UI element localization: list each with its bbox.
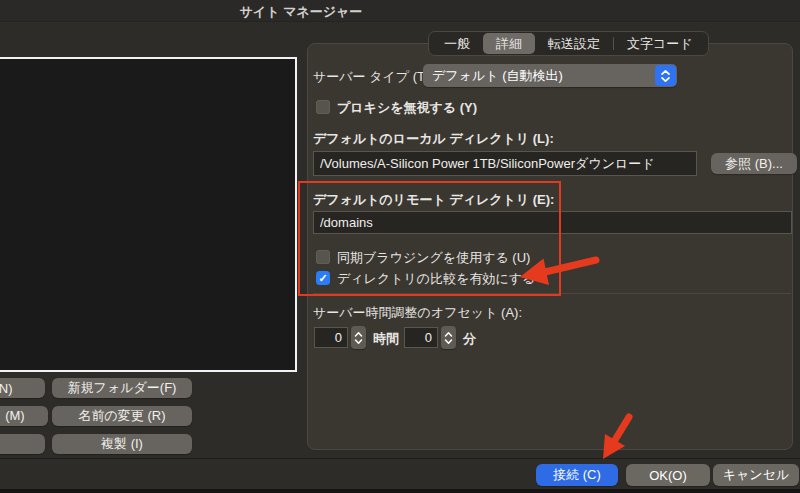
bypass-proxy-label: プロキシを無視する (Y) — [337, 99, 477, 117]
tab-charset[interactable]: 文字コード — [614, 33, 706, 54]
time-offset-label: サーバー時間調整のオフセット (A): — [313, 304, 522, 322]
tab-bar: 一般 詳細 転送設定 文字コード — [428, 31, 709, 56]
local-directory-input[interactable] — [313, 151, 697, 176]
server-type-label: サーバー タイプ (T): — [313, 68, 433, 86]
directory-comparison-checkbox[interactable]: ✓ — [316, 271, 330, 285]
minutes-input[interactable] — [404, 327, 438, 348]
window-bottom-edge — [0, 489, 800, 493]
window-title: サイト マネージャー — [180, 3, 422, 21]
remote-directory-label: デフォルトのリモート ディレクトリ (E): — [313, 191, 554, 209]
new-bookmark-button[interactable]: ク (M) — [0, 406, 48, 426]
minutes-unit-label: 分 — [463, 330, 476, 348]
bypass-proxy-checkbox[interactable] — [316, 100, 330, 114]
footer-separator — [0, 458, 800, 459]
hours-input[interactable] — [314, 327, 348, 348]
connect-button[interactable]: 接続 (C) — [536, 464, 618, 486]
tab-transfer-settings[interactable]: 転送設定 — [535, 33, 613, 54]
local-directory-label: デフォルトのローカル ディレクトリ (L): — [313, 130, 554, 148]
sync-browsing-label: 同期ブラウジングを使用する (U) — [337, 249, 530, 267]
browse-button[interactable]: 参照 (B)... — [711, 153, 797, 174]
tab-general[interactable]: 一般 — [431, 33, 483, 54]
hours-unit-label: 時間 — [373, 330, 399, 348]
site-tree-list[interactable] — [0, 57, 297, 372]
delete-button[interactable] — [0, 434, 45, 454]
panel-separator — [313, 293, 791, 294]
hours-stepper[interactable] — [351, 326, 366, 349]
ok-button[interactable]: OK(O) — [626, 464, 710, 486]
rename-button[interactable]: 名前の変更 (R) — [52, 406, 192, 426]
check-icon: ✓ — [318, 272, 327, 284]
directory-comparison-label: ディレクトリの比較を有効にする — [337, 270, 535, 288]
minutes-stepper[interactable] — [441, 326, 456, 349]
site-manager-dialog: { "window": { "title": "サイト マネージャー" }, "… — [0, 0, 800, 493]
cancel-button[interactable]: キャンセル — [713, 464, 799, 486]
server-type-dropdown[interactable]: デフォルト (自動検出) — [423, 64, 677, 87]
chevron-up-down-icon — [655, 65, 676, 86]
new-site-button[interactable]: (N) — [0, 378, 45, 398]
new-folder-button[interactable]: 新規フォルダー(F) — [52, 378, 192, 398]
duplicate-button[interactable]: 複製 (I) — [52, 434, 192, 454]
remote-directory-input[interactable] — [313, 211, 792, 234]
sync-browsing-checkbox[interactable] — [316, 250, 330, 264]
tab-advanced[interactable]: 詳細 — [483, 33, 535, 54]
server-type-value: デフォルト (自動検出) — [432, 67, 563, 85]
